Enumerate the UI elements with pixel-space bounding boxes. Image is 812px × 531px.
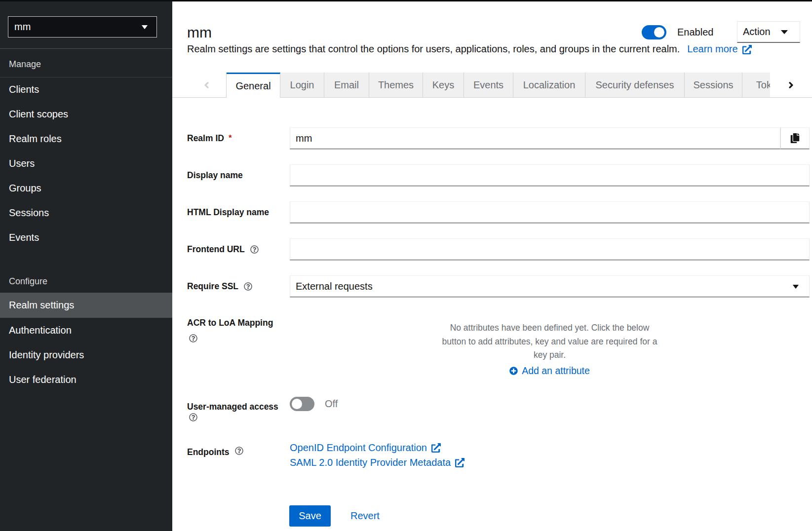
tab-login[interactable]: Login <box>280 73 324 98</box>
action-dropdown[interactable]: Action <box>737 21 800 43</box>
external-link-icon <box>742 45 752 54</box>
help-icon[interactable] <box>189 413 197 423</box>
saml-metadata-link[interactable]: SAML 2.0 Identity Provider Metadata <box>290 455 464 470</box>
html-display-name-input[interactable] <box>290 201 810 223</box>
external-link-icon <box>455 458 464 467</box>
require-ssl-select[interactable]: External requests <box>290 275 810 297</box>
display-name-label: Display name <box>187 164 243 186</box>
sidebar-item-authentication[interactable]: Authentication <box>0 318 172 342</box>
required-asterisk: * <box>229 133 232 143</box>
sidebar-item-clients[interactable]: Clients <box>0 77 172 102</box>
tab-keys[interactable]: Keys <box>423 73 464 98</box>
sidebar-item-user-federation[interactable]: User federation <box>0 367 172 392</box>
openid-endpoint-link[interactable]: OpenID Endpoint Configuration <box>290 440 441 455</box>
copy-button[interactable] <box>780 127 810 149</box>
tab-scroll-right-button[interactable] <box>770 73 812 98</box>
display-name-input[interactable] <box>290 164 810 186</box>
user-managed-access-label: User-managed access <box>187 402 278 412</box>
page-title: mm <box>187 24 212 41</box>
realm-id-label: Realm ID* <box>187 127 232 149</box>
nav-group-title-configure: Configure <box>0 268 172 294</box>
page-description: Realm settings are settings that control… <box>187 43 752 55</box>
save-button[interactable]: Save <box>289 505 331 527</box>
endpoints-label: Endpoints <box>187 447 243 457</box>
revert-button[interactable]: Revert <box>345 505 386 527</box>
learn-more-link[interactable]: Learn more <box>687 43 751 54</box>
tab-email[interactable]: Email <box>324 73 369 98</box>
help-icon[interactable] <box>235 447 243 455</box>
current-realm-name: mm <box>14 21 142 33</box>
frontend-url-input[interactable] <box>290 238 810 260</box>
help-icon[interactable] <box>250 245 259 254</box>
realm-selector-dropdown[interactable]: mm <box>8 16 157 38</box>
sidebar-item-client-scopes[interactable]: Client scopes <box>0 102 172 126</box>
tab-tokens[interactable]: Tokens <box>742 73 770 98</box>
toggle-knob <box>654 27 664 38</box>
add-attribute-button[interactable]: Add an attribute <box>290 365 810 377</box>
acr-to-loa-label: ACR to LoA Mapping <box>187 318 283 328</box>
frontend-url-label: Frontend URL <box>187 238 259 260</box>
toggle-knob <box>292 399 302 409</box>
tab-security-defenses[interactable]: Security defenses <box>585 73 685 98</box>
require-ssl-label: Require SSL <box>187 275 252 297</box>
sidebar-item-sessions[interactable]: Sessions <box>0 200 172 225</box>
masthead-strip <box>0 0 812 1</box>
caret-down-icon <box>142 25 148 29</box>
tab-themes[interactable]: Themes <box>369 73 423 98</box>
tab-bar: General Login Email Themes Keys Events L… <box>172 73 812 98</box>
nav-group-title-manage: Manage <box>0 51 172 77</box>
tab-list: General Login Email Themes Keys Events L… <box>227 73 770 98</box>
acr-empty-state: No attributes have been defined yet. Cli… <box>290 321 810 362</box>
tab-general[interactable]: General <box>227 73 280 98</box>
tab-localization[interactable]: Localization <box>513 73 585 98</box>
enabled-toggle[interactable] <box>642 25 666 39</box>
sidebar-item-events[interactable]: Events <box>0 225 172 250</box>
realm-selector-area: mm <box>0 0 172 49</box>
sidebar-item-users[interactable]: Users <box>0 151 172 176</box>
tab-sessions[interactable]: Sessions <box>685 73 742 98</box>
plus-circle-icon <box>509 367 518 375</box>
tab-events[interactable]: Events <box>464 73 513 98</box>
sidebar: mm Manage Clients Client scopes Realm ro… <box>0 0 172 531</box>
caret-down-icon <box>793 285 799 289</box>
help-icon[interactable] <box>189 334 197 344</box>
user-managed-access-state: Off <box>325 397 338 411</box>
sidebar-item-groups[interactable]: Groups <box>0 176 172 200</box>
help-icon[interactable] <box>244 282 252 291</box>
copy-icon <box>790 133 800 143</box>
caret-down-icon <box>781 30 788 34</box>
angle-right-icon <box>788 80 794 90</box>
sidebar-item-realm-settings[interactable]: Realm settings <box>0 293 172 318</box>
sidebar-item-identity-providers[interactable]: Identity providers <box>0 342 172 367</box>
html-display-name-label: HTML Display name <box>187 201 269 223</box>
angle-left-icon <box>204 80 209 90</box>
sidebar-item-realm-roles[interactable]: Realm roles <box>0 126 172 151</box>
tab-scroll-left-button[interactable] <box>172 73 227 98</box>
external-link-icon <box>431 443 441 453</box>
user-managed-access-toggle[interactable] <box>290 397 314 411</box>
realm-id-input[interactable]: mm <box>290 127 780 149</box>
enabled-toggle-label: Enabled <box>677 25 713 39</box>
